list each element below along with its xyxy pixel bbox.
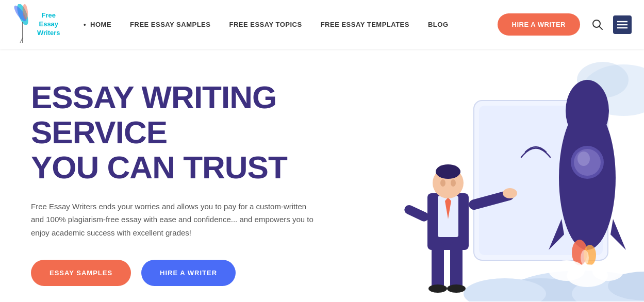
hero-description: Free Essay Writers ends your worries and…	[31, 200, 320, 240]
hero-title: ESSAY WRITING SERVICE YOU CAN TRUST	[31, 80, 320, 186]
logo-icon	[12, 4, 33, 45]
svg-point-20	[566, 80, 609, 142]
svg-rect-44	[403, 204, 430, 223]
essay-samples-button[interactable]: ESSAY SAMPLES	[31, 260, 131, 286]
logo[interactable]: Free Essay Writers	[12, 4, 64, 45]
logo-text: Free Essay Writers	[37, 11, 60, 38]
nav-home[interactable]: HOME	[74, 21, 121, 28]
site-header: Free Essay Writers HOME FREE ESSAY SAMPL…	[0, 0, 644, 49]
svg-point-23	[577, 152, 590, 166]
menu-button[interactable]	[613, 15, 632, 34]
svg-point-33	[428, 284, 447, 293]
nav-samples[interactable]: FREE ESSAY SAMPLES	[121, 21, 220, 28]
main-nav: HOME FREE ESSAY SAMPLES FREE ESSAY TOPIC…	[74, 21, 492, 28]
nav-topics[interactable]: FREE ESSAY TOPICS	[220, 21, 311, 28]
svg-rect-32	[450, 242, 463, 289]
header-actions	[588, 15, 632, 34]
svg-point-34	[447, 284, 466, 293]
svg-line-6	[600, 26, 603, 29]
hire-writer-hero-button[interactable]: HIRE A WRITER	[141, 260, 236, 286]
nav-blog[interactable]: BLOG	[419, 21, 458, 28]
svg-point-40	[440, 179, 445, 187]
hire-writer-button[interactable]: HIRE A WRITER	[498, 13, 580, 36]
svg-point-41	[451, 179, 456, 187]
svg-point-26	[581, 250, 589, 265]
svg-point-43	[503, 188, 517, 198]
search-button[interactable]	[588, 15, 607, 34]
svg-rect-31	[432, 242, 444, 289]
hero-content: ESSAY WRITING SERVICE YOU CAN TRUST Free…	[0, 49, 351, 302]
nav-templates[interactable]: FREE ESSAY TEMPLATES	[311, 21, 419, 28]
hero-section: ESSAY WRITING SERVICE YOU CAN TRUST Free…	[0, 49, 644, 302]
hero-cta-buttons: ESSAY SAMPLES HIRE A WRITER	[31, 260, 320, 286]
hero-illustration	[324, 49, 644, 301]
svg-point-29	[592, 262, 623, 281]
svg-rect-39	[436, 169, 460, 175]
